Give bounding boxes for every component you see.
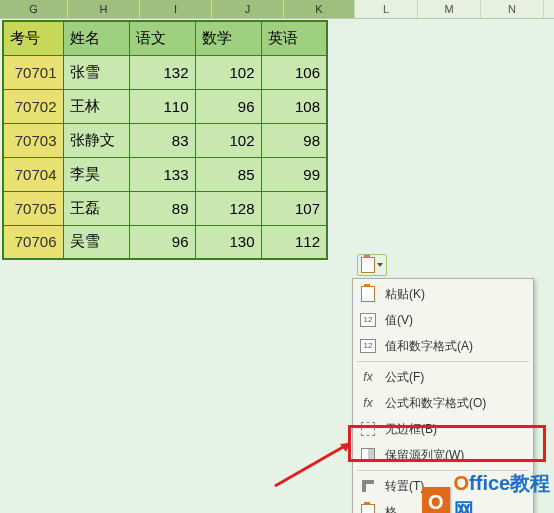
header-c3[interactable]: 英语 bbox=[261, 21, 327, 55]
col-header-M[interactable]: M bbox=[418, 0, 481, 18]
transpose-icon bbox=[359, 477, 377, 495]
formula-icon: fx bbox=[359, 368, 377, 386]
col-header-N[interactable]: N bbox=[481, 0, 544, 18]
annotation-arrow bbox=[270, 438, 365, 488]
col-header-K[interactable]: K bbox=[284, 0, 355, 18]
table-row: 70701张雪132102106 bbox=[3, 55, 327, 89]
svg-line-0 bbox=[275, 443, 350, 486]
menu-label: 公式(F) bbox=[385, 369, 424, 386]
col-header-G[interactable]: G bbox=[0, 0, 68, 18]
menu-values[interactable]: 12 值(V) bbox=[353, 307, 533, 333]
watermark-logo: O Office教程网 www.office26.com bbox=[422, 470, 554, 513]
header-row: 考号 姓名 语文 数学 英语 bbox=[3, 21, 327, 55]
table-row: 70704李昊1338599 bbox=[3, 157, 327, 191]
paste-options-button[interactable] bbox=[357, 254, 387, 276]
menu-formula[interactable]: fx 公式(F) bbox=[353, 364, 533, 390]
col-header-L[interactable]: L bbox=[355, 0, 418, 18]
header-c1[interactable]: 语文 bbox=[129, 21, 195, 55]
logo-text: Office教程网 bbox=[454, 470, 554, 513]
col-header-H[interactable]: H bbox=[68, 0, 140, 18]
keepwidth-icon bbox=[359, 446, 377, 464]
header-c2[interactable]: 数学 bbox=[195, 21, 261, 55]
logo-badge: O bbox=[422, 487, 450, 514]
clipboard-icon bbox=[361, 257, 375, 273]
header-id[interactable]: 考号 bbox=[3, 21, 63, 55]
table-row: 70702王林11096108 bbox=[3, 89, 327, 123]
menu-values-fmt[interactable]: 12 值和数字格式(A) bbox=[353, 333, 533, 359]
header-name[interactable]: 姓名 bbox=[63, 21, 129, 55]
menu-noborder[interactable]: 无边框(B) bbox=[353, 416, 533, 442]
column-headers: G H I J K L M N bbox=[0, 0, 554, 19]
menu-formula-fmt[interactable]: fx 公式和数字格式(O) bbox=[353, 390, 533, 416]
menu-label: 粘贴(K) bbox=[385, 286, 425, 303]
values-fmt-icon: 12 bbox=[359, 337, 377, 355]
col-header-J[interactable]: J bbox=[212, 0, 284, 18]
table-row: 70705王磊89128107 bbox=[3, 191, 327, 225]
menu-label: 保留源列宽(W) bbox=[385, 447, 464, 464]
data-table[interactable]: 考号 姓名 语文 数学 英语 70701张雪132102106 70702王林1… bbox=[2, 20, 328, 260]
svg-marker-1 bbox=[340, 443, 350, 452]
table-row: 70706吴雪96130112 bbox=[3, 225, 327, 259]
table-row: 70703张静文8310298 bbox=[3, 123, 327, 157]
values-icon: 12 bbox=[359, 311, 377, 329]
menu-paste[interactable]: 粘贴(K) bbox=[353, 281, 533, 307]
menu-keepwidth[interactable]: 保留源列宽(W) bbox=[353, 442, 533, 468]
spreadsheet-area: G H I J K L M N 考号 姓名 语文 数学 英语 70701张雪13… bbox=[0, 0, 554, 513]
noborder-icon bbox=[359, 420, 377, 438]
dropdown-arrow-icon bbox=[377, 263, 383, 267]
col-header-I[interactable]: I bbox=[140, 0, 212, 18]
menu-label: 无边框(B) bbox=[385, 421, 437, 438]
fmt-icon bbox=[359, 503, 377, 513]
menu-label: 值(V) bbox=[385, 312, 413, 329]
menu-label: 公式和数字格式(O) bbox=[385, 395, 486, 412]
menu-label: 格 bbox=[385, 504, 397, 514]
formula-fmt-icon: fx bbox=[359, 394, 377, 412]
paste-icon bbox=[359, 285, 377, 303]
menu-label: 转置(T) bbox=[385, 478, 424, 495]
menu-label: 值和数字格式(A) bbox=[385, 338, 473, 355]
menu-separator bbox=[357, 361, 529, 362]
